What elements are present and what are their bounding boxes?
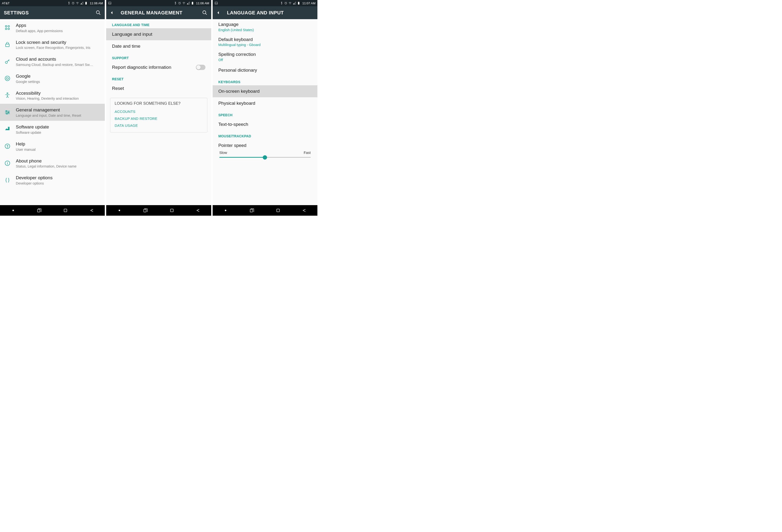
- row-personal-dictionary[interactable]: Personal dictionary: [213, 64, 317, 76]
- svg-point-7: [8, 26, 9, 27]
- nav-recents[interactable]: [133, 205, 159, 216]
- page-title: GENERAL MANAGEMENT: [120, 10, 202, 15]
- wifi-icon: [288, 1, 292, 5]
- bluetooth-icon: [280, 1, 283, 5]
- bluetooth-icon: [174, 1, 177, 5]
- battery-icon: [191, 1, 194, 5]
- settings-item-general-management[interactable]: General management Language and input, D…: [0, 104, 105, 121]
- item-title: General management: [16, 107, 101, 113]
- item-subtitle: Developer options: [16, 181, 101, 185]
- page-title: LANGUAGE AND INPUT: [227, 10, 314, 15]
- general-mgmt-list: LANGUAGE AND TIME Language and input Dat…: [106, 19, 211, 205]
- nav-back[interactable]: [185, 205, 211, 216]
- link-backup-restore[interactable]: BACKUP AND RESTORE: [115, 115, 203, 122]
- signal-icon: [186, 1, 190, 5]
- settings-item-google[interactable]: Google Google settings: [0, 70, 105, 87]
- settings-item-cloud-accounts[interactable]: Cloud and accounts Samsung Cloud, Backup…: [0, 53, 105, 70]
- item-title: About phone: [16, 158, 101, 164]
- pointer-speed-slider[interactable]: [219, 157, 311, 158]
- section-language-time: LANGUAGE AND TIME: [106, 19, 211, 28]
- item-title: Accessibility: [16, 90, 101, 96]
- row-report-diagnostic[interactable]: Report diagnostic information: [106, 61, 211, 73]
- row-date-and-time[interactable]: Date and time: [106, 40, 211, 52]
- braces-icon: [4, 177, 10, 183]
- item-subtitle: Language and input, Date and time, Reset: [16, 114, 101, 117]
- settings-item-apps[interactable]: Apps Default apps, App permissions: [0, 19, 105, 36]
- item-title: Developer options: [16, 175, 101, 181]
- signal-icon: [80, 1, 83, 5]
- diagnostic-toggle[interactable]: [196, 65, 206, 70]
- update-icon: !: [4, 126, 10, 132]
- svg-rect-3: [86, 2, 86, 2]
- phone-language-input: 11:07 AM LANGUAGE AND INPUT Language Eng…: [213, 0, 317, 216]
- row-onscreen-keyboard[interactable]: On-screen keyboard: [213, 85, 317, 97]
- item-subtitle: Google settings: [16, 80, 101, 84]
- key-icon: [4, 59, 10, 65]
- nav-back[interactable]: [79, 205, 105, 216]
- nav-menu[interactable]: [0, 205, 26, 216]
- svg-line-35: [205, 13, 207, 15]
- nav-back[interactable]: [291, 205, 317, 216]
- link-accounts[interactable]: ACCOUNTS: [115, 108, 203, 115]
- settings-item-lock-screen[interactable]: Lock screen and security Lock screen, Fa…: [0, 36, 105, 53]
- nav-menu[interactable]: [106, 205, 132, 216]
- slider-min-label: Slow: [219, 151, 227, 155]
- battery-icon: [297, 1, 300, 5]
- phone-settings: AT&T 11:06 AM SETTINGS Apps Default apps…: [0, 0, 105, 216]
- row-language[interactable]: Language English (United States): [213, 19, 317, 34]
- search-icon[interactable]: [202, 10, 207, 15]
- wifi-icon: [76, 1, 79, 5]
- clock-label: 11:06 AM: [196, 1, 209, 5]
- settings-item-help[interactable]: Help User manual: [0, 138, 105, 155]
- settings-item-developer-options[interactable]: Developer options Developer options: [0, 172, 105, 189]
- back-icon[interactable]: [216, 10, 222, 15]
- app-bar: SETTINGS: [0, 6, 105, 19]
- link-data-usage[interactable]: DATA USAGE: [115, 122, 203, 129]
- status-icons: 11:06 AM: [67, 1, 103, 5]
- svg-point-8: [5, 28, 7, 30]
- nav-home[interactable]: [159, 205, 185, 216]
- svg-rect-37: [171, 209, 173, 212]
- info-icon: [4, 160, 10, 166]
- apps-icon: [4, 25, 10, 31]
- settings-list: Apps Default apps, App permissions Lock …: [0, 19, 105, 205]
- status-bar: 11:07 AM: [213, 0, 317, 6]
- clock-label: 11:07 AM: [302, 1, 316, 5]
- back-icon[interactable]: [110, 10, 116, 15]
- svg-rect-32: [192, 2, 193, 4]
- settings-item-about-phone[interactable]: About phone Status, Legal information, D…: [0, 155, 105, 172]
- gallery-notification-icon: [215, 1, 218, 5]
- nav-recents[interactable]: [239, 205, 265, 216]
- item-subtitle: Samsung Cloud, Backup and restore, Smart…: [16, 63, 101, 67]
- nav-bar: [0, 205, 105, 216]
- svg-point-9: [8, 28, 9, 30]
- row-text-to-speech[interactable]: Text-to-speech: [213, 118, 317, 130]
- gallery-notification-icon: [108, 1, 111, 5]
- wifi-icon: [182, 1, 185, 5]
- lang-input-list: Language English (United States) Default…: [213, 19, 317, 205]
- nav-home[interactable]: [265, 205, 291, 216]
- nav-recents[interactable]: [26, 205, 52, 216]
- row-default-keyboard[interactable]: Default keyboard Multilingual typing - G…: [213, 34, 317, 49]
- nav-bar: [213, 205, 317, 216]
- slider-thumb[interactable]: [263, 155, 267, 160]
- battery-icon: [84, 1, 88, 5]
- nav-menu[interactable]: [213, 205, 239, 216]
- signal-icon: [293, 1, 296, 5]
- svg-rect-29: [109, 2, 111, 4]
- settings-item-software-update[interactable]: ! Software update Software update: [0, 121, 105, 138]
- google-icon: [4, 75, 10, 81]
- row-language-and-input[interactable]: Language and input: [106, 28, 211, 40]
- svg-rect-27: [37, 209, 40, 212]
- app-bar: GENERAL MANAGEMENT: [106, 6, 211, 19]
- settings-item-accessibility[interactable]: Accessibility Vision, Hearing, Dexterity…: [0, 87, 105, 104]
- row-physical-keyboard[interactable]: Physical keyboard: [213, 97, 317, 109]
- row-reset[interactable]: Reset: [106, 82, 211, 94]
- status-icons: 11:07 AM: [280, 1, 316, 5]
- row-pointer-speed: Pointer speed: [213, 140, 317, 149]
- search-icon[interactable]: [96, 10, 101, 15]
- svg-point-11: [5, 61, 7, 64]
- row-spelling-correction[interactable]: Spelling correction Off: [213, 49, 317, 64]
- svg-line-5: [99, 13, 101, 15]
- nav-home[interactable]: [52, 205, 79, 216]
